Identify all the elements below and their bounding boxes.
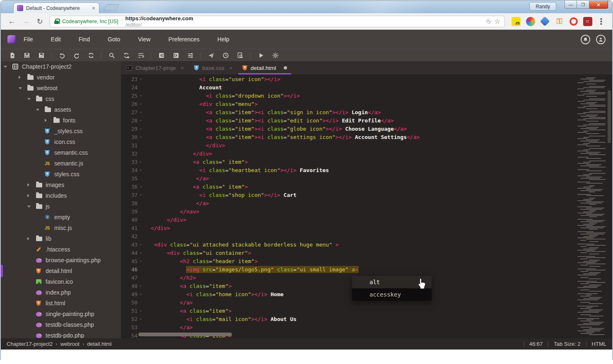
toolbar-settings-button[interactable] [270,50,281,60]
code-line-40[interactable]: 40 </div> [121,216,612,224]
tab-close-icon[interactable]: × [229,65,232,71]
tree-item-includes[interactable]: includes [1,190,121,201]
tab-size-setting[interactable]: Tab Size: 2 [554,341,580,347]
code-line-41[interactable]: 41 </div> [121,224,612,232]
restore-button[interactable]: ❐ [577,1,589,9]
url-bar[interactable]: Codeanywhere, Inc [US] https://codeanywh… [50,16,505,27]
code-line-28[interactable]: 28▾ <a class="item"><i class="edit icon"… [121,117,612,125]
chrome-menu-icon[interactable]: ••• [598,18,605,25]
chevron-down-icon[interactable] [27,206,36,208]
tree-item-images[interactable]: images [1,180,121,190]
code-line-34[interactable]: 34▾ <i class="heartbeat icon"></i> Favor… [121,166,612,175]
code-line-30[interactable]: 30▾ <a class="item"><i class="settings i… [121,133,612,141]
tree-item--styles-css[interactable]: 3_styles.css [1,126,121,136]
tree-item-styles-css[interactable]: 3styles.css [1,169,121,180]
code-line-25[interactable]: 25▾ <i class="dropdown icon"></i> [121,92,612,100]
horizontal-scrollbar-thumb[interactable] [138,333,232,336]
minimap[interactable] [577,76,606,335]
tree-item-favicon-ico[interactable]: favicon.ico [1,276,121,287]
bookmark-star-icon[interactable]: ☆ [494,17,500,25]
tree-item-lib[interactable]: lib [1,233,121,244]
kite-extension-icon[interactable] [540,16,550,26]
tree-item-index-php[interactable]: index.php [1,287,121,298]
menu-item-preferences[interactable]: Preferences [168,36,199,43]
fold-arrow-icon[interactable]: ▾ [138,158,144,166]
password-key-icon[interactable]: ⚿ [485,17,493,26]
code-line-29[interactable]: 29▾ <a class="item"><i class="globe icon… [121,125,612,133]
code-line-33[interactable]: 33▾ <a class=" item"> [121,158,612,166]
menu-item-goto[interactable]: Goto [108,36,120,43]
fold-arrow-icon[interactable]: ▾ [138,191,144,199]
fold-arrow-icon[interactable]: ▾ [138,166,144,175]
menu-item-view[interactable]: View [138,36,150,43]
editor-tab-base-css[interactable]: 3base.css× [189,61,237,74]
browser-tab[interactable]: Default - Codeanywhere ✕ [13,2,99,13]
fold-arrow-icon[interactable]: ▾ [138,241,144,249]
code-line-44[interactable]: 44▾ <div class="ui container"> [121,249,612,257]
code-line-24[interactable]: 24 Account [121,84,612,92]
m-extension-icon[interactable]: ⠶ [583,17,592,26]
tree-item-webroot[interactable]: webroot [1,83,121,93]
code-line-51[interactable]: 51▾ <a class="item"> [121,307,612,315]
tree-item--htaccess[interactable]: .htaccess [1,244,121,255]
chevron-right-icon[interactable] [27,237,36,240]
tree-item-browse-paintings-php[interactable]: browse-paintings.php [1,255,121,266]
toolbar-search-button[interactable] [106,50,117,60]
chevron-right-icon[interactable] [19,76,27,79]
notifications-bell-icon[interactable] [581,35,590,44]
tree-item-single-painting-php[interactable]: single-painting.php [1,309,121,319]
fold-arrow-icon[interactable]: ▾ [138,315,144,323]
code-line-35[interactable]: 35 </a> [121,175,612,183]
code-line-52[interactable]: 52▾ <i class="mail icon"></i> About Us [121,315,612,323]
code-line-26[interactable]: 26▾ <div class="menu"> [121,100,612,108]
toolbar-new-file-button[interactable] [7,50,18,60]
url-text[interactable]: https://codeanywhere.com/editor/ [125,15,193,28]
tree-item-fonts[interactable]: fonts [1,115,121,126]
codeanywhere-logo-icon[interactable] [7,35,16,44]
toolbar-shift-right-button[interactable] [170,50,181,60]
fold-arrow-icon[interactable]: ▾ [138,117,144,125]
chevron-down-icon[interactable] [36,109,45,111]
cursor-position[interactable]: 46:67 [529,341,543,347]
tree-item-assets[interactable]: assets [1,104,121,115]
fold-arrow-icon[interactable]: ▾ [138,125,144,133]
tree-item-semantic-css[interactable]: 3semantic.css [1,147,121,158]
tree-item-empty[interactable]: ✳empty [1,212,121,223]
reload-icon[interactable]: ↻ [34,16,46,27]
tree-item-css[interactable]: css [1,93,121,104]
tab-close-icon[interactable]: × [181,65,184,71]
code-line-37[interactable]: 37▾ <i class="shop icon"></i> Cart [121,191,612,199]
code-line-31[interactable]: 31 </div> [121,141,612,150]
toolbar-undo-button[interactable] [56,50,68,60]
pinwheel-extension-icon[interactable] [526,17,535,26]
toolbar-find-replace-button[interactable] [121,50,132,60]
fold-arrow-icon[interactable]: ▾ [138,133,144,141]
toolbar-sync-button[interactable] [85,50,97,60]
code-line-43[interactable]: 43▾ <div class="ui attached stackable bo… [121,241,612,249]
code-line-23[interactable]: 23▾ <i class="user icon"></i> [121,75,612,84]
forward-icon[interactable]: → [20,16,31,27]
new-tab-button[interactable] [104,4,119,10]
tree-item-testdb-classes-php[interactable]: testdb-classes.php [1,319,121,330]
opera-extension-icon[interactable] [570,17,578,26]
fold-arrow-icon[interactable]: ▾ [138,92,144,100]
syntax-mode[interactable]: HTML [592,341,606,347]
menu-item-edit[interactable]: Edit [51,36,61,43]
code-line-32[interactable]: 32 </div> [121,150,612,158]
toolbar-preview-button[interactable] [234,50,246,60]
tab-close-icon[interactable]: ✕ [92,5,96,11]
toolbar-history-button[interactable] [220,50,231,60]
key-extension-icon[interactable]: ⚿ [555,17,564,26]
chevron-right-icon[interactable] [27,183,36,187]
chevron-down-icon[interactable] [27,98,36,100]
chevron-right-icon[interactable] [45,119,53,122]
toolbar-shift-left-button[interactable] [156,50,167,60]
code-editor[interactable]: 23▾ <i class="user icon"></i>24 Account2… [121,74,612,338]
fold-arrow-icon[interactable]: ▾ [138,183,144,191]
menu-item-help[interactable]: Help [217,36,229,43]
fold-arrow-icon[interactable]: ▾ [138,249,144,257]
toolbar-save-button[interactable] [21,50,32,60]
code-line-36[interactable]: 36▾ <a class=" item"> [121,183,612,191]
tree-item-misc-js[interactable]: JSmisc.js [1,223,121,233]
code-line-53[interactable]: 53 </a> [121,323,612,332]
